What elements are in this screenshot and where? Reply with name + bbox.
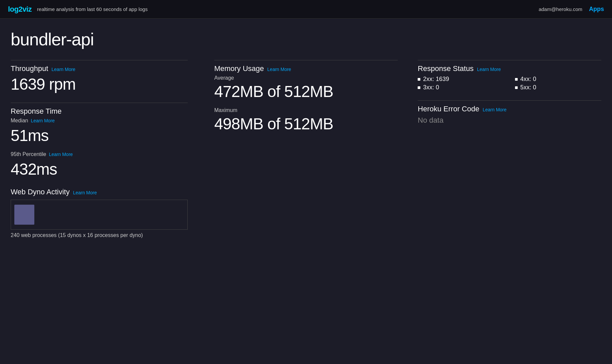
- memory-section: Memory Usage Learn More Average 472MB of…: [214, 60, 398, 133]
- heroku-error-title-row: Heroku Error Code Learn More: [418, 105, 601, 113]
- throughput-title: Throughput: [11, 64, 48, 73]
- median-value: 51ms: [11, 126, 188, 145]
- dyno-chart-block: [14, 205, 34, 225]
- memory-average-value: 472MB of 512MB: [214, 82, 398, 101]
- throughput-value: 1639 rpm: [11, 75, 188, 93]
- status-3xx-bullet: [418, 86, 420, 89]
- response-status-title-row: Response Status Learn More: [418, 64, 601, 73]
- header-subtitle: realtime analysis from last 60 seconds o…: [37, 6, 148, 12]
- percentile-label: 95th Percentile: [11, 151, 46, 157]
- response-status-learn-more[interactable]: Learn More: [477, 67, 501, 72]
- response-time-title-row: Response Time: [11, 107, 188, 116]
- percentile-learn-more[interactable]: Learn More: [49, 152, 73, 157]
- percentile-section: 95th Percentile Learn More 432ms: [11, 151, 188, 178]
- header-left: log2viz realtime analysis from last 60 s…: [8, 5, 148, 14]
- status-4xx-bullet: [515, 78, 518, 81]
- right-column: Response Status Learn More 2xx: 1639 4xx…: [418, 60, 601, 238]
- dyno-title: Web Dyno Activity: [11, 188, 70, 196]
- memory-average-label: Average: [214, 75, 398, 81]
- throughput-title-row: Throughput Learn More: [11, 64, 188, 73]
- median-title-row: Median Learn More: [11, 118, 188, 125]
- status-2xx-bullet: [418, 78, 420, 81]
- memory-maximum-label: Maximum: [214, 107, 398, 113]
- app-logo: log2viz: [8, 5, 32, 14]
- metrics-grid: Throughput Learn More 1639 rpm Response …: [11, 60, 601, 238]
- response-time-section: Response Time Median Learn More 51ms 95t…: [11, 103, 188, 178]
- throughput-section: Throughput Learn More 1639 rpm: [11, 60, 188, 93]
- memory-title-row: Memory Usage Learn More: [214, 64, 398, 73]
- median-label: Median: [11, 118, 28, 124]
- memory-title: Memory Usage: [214, 64, 264, 73]
- heroku-error-section: Heroku Error Code Learn More No data: [418, 100, 601, 125]
- left-column: Throughput Learn More 1639 rpm Response …: [11, 60, 194, 238]
- response-status-grid: 2xx: 1639 4xx: 0 3xx: 0 5xx: 0: [418, 76, 601, 91]
- dyno-chart: [11, 200, 188, 230]
- dyno-summary: 240 web processes (15 dynos x 16 process…: [11, 232, 188, 238]
- memory-maximum-value: 498MB of 512MB: [214, 115, 398, 133]
- response-status-title: Response Status: [418, 64, 474, 73]
- heroku-error-title: Heroku Error Code: [418, 105, 479, 113]
- user-email: adam@heroku.com: [539, 6, 582, 12]
- dyno-title-row: Web Dyno Activity Learn More: [11, 188, 188, 196]
- heroku-error-learn-more[interactable]: Learn More: [483, 107, 507, 112]
- memory-average-section: Average 472MB of 512MB: [214, 75, 398, 101]
- dyno-learn-more[interactable]: Learn More: [73, 190, 97, 195]
- app-title: bundler-api: [11, 29, 601, 49]
- heroku-error-no-data: No data: [418, 116, 601, 125]
- status-4xx-label: 4xx: 0: [520, 76, 536, 83]
- median-section: Median Learn More 51ms: [11, 118, 188, 145]
- status-4xx: 4xx: 0: [515, 76, 601, 83]
- apps-link[interactable]: Apps: [589, 6, 604, 13]
- status-5xx-bullet: [515, 86, 518, 89]
- status-5xx-label: 5xx: 0: [520, 84, 536, 91]
- main-content: bundler-api Throughput Learn More 1639 r…: [0, 19, 612, 246]
- status-2xx-label: 2xx: 1639: [423, 76, 449, 83]
- throughput-learn-more[interactable]: Learn More: [52, 67, 76, 72]
- status-3xx: 3xx: 0: [418, 84, 504, 91]
- response-time-title: Response Time: [11, 107, 62, 116]
- dyno-section: Web Dyno Activity Learn More 240 web pro…: [11, 188, 188, 238]
- header-right: adam@heroku.com Apps: [539, 6, 604, 13]
- response-status-section: Response Status Learn More 2xx: 1639 4xx…: [418, 60, 601, 91]
- status-5xx: 5xx: 0: [515, 84, 601, 91]
- percentile-value: 432ms: [11, 160, 188, 178]
- status-3xx-label: 3xx: 0: [423, 84, 439, 91]
- memory-maximum-section: Maximum 498MB of 512MB: [214, 107, 398, 133]
- percentile-title-row: 95th Percentile Learn More: [11, 151, 188, 159]
- app-header: log2viz realtime analysis from last 60 s…: [0, 0, 612, 19]
- median-learn-more[interactable]: Learn More: [31, 118, 55, 123]
- status-2xx: 2xx: 1639: [418, 76, 504, 83]
- memory-column: Memory Usage Learn More Average 472MB of…: [214, 60, 398, 238]
- memory-learn-more[interactable]: Learn More: [267, 67, 291, 72]
